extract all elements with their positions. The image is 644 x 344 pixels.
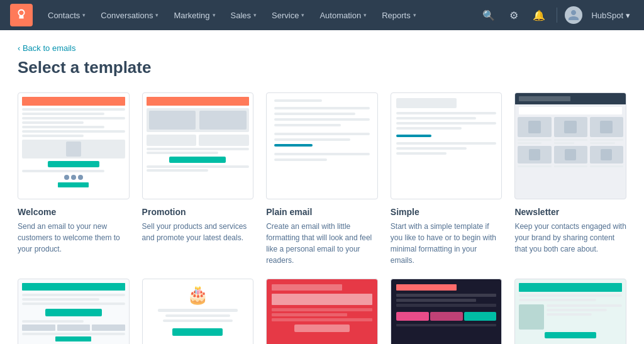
page-inner: ‹ Back to emails Select a template xyxy=(0,30,644,344)
settings-icon[interactable]: ⚙ xyxy=(504,5,524,25)
avatar[interactable] xyxy=(565,6,582,24)
template-card-email-marketing[interactable] xyxy=(266,279,378,344)
search-icon[interactable]: 🔍 xyxy=(479,5,499,25)
chevron-down-icon: ▾ xyxy=(364,12,367,18)
back-link[interactable]: ‹ Back to emails xyxy=(18,43,75,53)
template-card-nps[interactable] xyxy=(391,279,502,344)
chevron-down-icon: ▾ xyxy=(301,12,304,18)
nav-menu: Contacts ▾ Conversations ▾ Marketing ▾ S… xyxy=(40,0,479,30)
nav-sales[interactable]: Sales ▾ xyxy=(223,0,265,30)
nav-automation[interactable]: Automation ▾ xyxy=(312,0,374,30)
nav-contacts[interactable]: Contacts ▾ xyxy=(40,0,93,30)
template-card-promotion[interactable]: Promotion Sell your products and service… xyxy=(142,92,254,266)
template-card-plain[interactable]: Plain email Create an email with little … xyxy=(266,92,378,266)
nav-hubspot-menu[interactable]: HubSpot ▾ xyxy=(587,11,634,20)
chevron-down-icon: ▾ xyxy=(413,12,416,18)
page-content: ‹ Back to emails Select a template xyxy=(0,30,644,344)
template-desc-newsletter: Keep your contacts engaged with your bra… xyxy=(514,221,626,255)
template-preview-nps xyxy=(391,279,502,344)
template-card-welcome[interactable]: Welcome Send an email to your new custom… xyxy=(18,92,130,266)
template-desc-plain: Create an email with little formatting t… xyxy=(266,221,378,266)
chevron-down-icon: ▾ xyxy=(213,12,216,18)
template-card-newsletter[interactable]: Newsletter Keep your contacts engaged wi… xyxy=(514,92,626,266)
template-grid-row2: 🎂 xyxy=(18,279,626,344)
nav-reports[interactable]: Reports ▾ xyxy=(374,0,424,30)
chevron-down-icon: ▾ xyxy=(82,12,86,18)
template-preview-leader xyxy=(514,279,626,344)
template-preview-birthday: 🎂 xyxy=(142,279,254,344)
chevron-down-icon: ▾ xyxy=(155,12,158,18)
template-card-simple[interactable]: Simple Start with a simple template if y… xyxy=(391,92,502,266)
template-name-welcome: Welcome xyxy=(18,207,130,217)
template-desc-simple: Start with a simple template if you like… xyxy=(391,221,502,266)
template-preview-newsletter xyxy=(514,92,626,199)
chevron-down-icon: ▾ xyxy=(626,11,630,20)
template-preview-welcome xyxy=(18,92,130,199)
template-card-feedback[interactable] xyxy=(18,279,130,344)
nav-marketing[interactable]: Marketing ▾ xyxy=(166,0,223,30)
nav-divider xyxy=(557,8,557,23)
chevron-down-icon: ▾ xyxy=(253,12,257,18)
nav-service[interactable]: Service ▾ xyxy=(264,0,312,30)
hubspot-logo[interactable] xyxy=(10,4,33,26)
template-preview-plain xyxy=(266,92,378,199)
nav-right-actions: 🔍 ⚙ 🔔 HubSpot ▾ xyxy=(479,5,634,25)
template-desc-welcome: Send an email to your new customers to w… xyxy=(18,221,130,255)
template-preview-simple xyxy=(391,92,502,199)
notifications-icon[interactable]: 🔔 xyxy=(529,5,549,25)
template-name-promotion: Promotion xyxy=(142,207,254,217)
nav-conversations[interactable]: Conversations ▾ xyxy=(93,0,166,30)
template-preview-email-marketing xyxy=(266,279,378,344)
template-desc-promotion: Sell your products and services and prom… xyxy=(142,221,254,243)
template-card-birthday[interactable]: 🎂 xyxy=(142,279,254,344)
template-preview-feedback xyxy=(18,279,130,344)
navbar: Contacts ▾ Conversations ▾ Marketing ▾ S… xyxy=(0,0,644,30)
page-title: Select a template xyxy=(18,58,626,77)
template-name-plain: Plain email xyxy=(266,207,378,217)
template-grid-row1: Welcome Send an email to your new custom… xyxy=(18,92,626,266)
template-card-leader[interactable] xyxy=(514,279,626,344)
template-name-newsletter: Newsletter xyxy=(514,207,626,217)
template-preview-promotion xyxy=(142,92,254,199)
template-name-simple: Simple xyxy=(391,207,502,217)
